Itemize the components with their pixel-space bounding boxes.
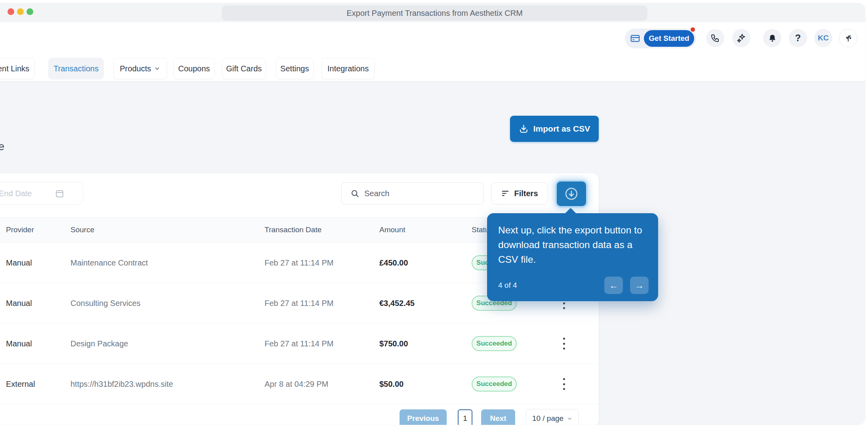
row-actions-kebab-icon[interactable] bbox=[560, 378, 568, 390]
cell-source: Consulting Services bbox=[70, 283, 141, 323]
tab-label: Settings bbox=[280, 64, 309, 73]
workspace-avatar[interactable] bbox=[839, 29, 857, 47]
cell-transaction-date: Feb 27 at 11:14 PM bbox=[265, 243, 333, 283]
page-number-button[interactable]: 1 bbox=[458, 409, 472, 425]
previous-page-button[interactable]: Previous bbox=[400, 409, 447, 425]
tab-integrations[interactable]: Integrations bbox=[322, 58, 375, 79]
page-size-select[interactable]: 10 / page bbox=[526, 409, 579, 425]
cell-amount: £450.00 bbox=[379, 243, 408, 283]
end-date-input[interactable]: End Date bbox=[0, 182, 83, 205]
chevron-down-icon bbox=[154, 65, 160, 72]
filters-label: Filters bbox=[514, 189, 538, 198]
cell-provider: Manual bbox=[6, 323, 32, 364]
app-header: Get Started ? bbox=[0, 22, 865, 55]
page-heading-partial: e bbox=[0, 141, 4, 153]
tab-label: ent Links bbox=[0, 64, 29, 73]
cell-transaction-date: Feb 27 at 11:14 PM bbox=[265, 283, 333, 323]
column-header-amount: Amount bbox=[379, 218, 405, 242]
column-header-source: Source bbox=[70, 218, 94, 242]
arrow-right-icon: → bbox=[635, 280, 644, 290]
close-window-icon[interactable] bbox=[8, 8, 14, 15]
workspace-logo-icon bbox=[843, 33, 853, 43]
tab-settings[interactable]: Settings bbox=[276, 58, 314, 79]
import-csv-button[interactable]: Import as CSV bbox=[510, 116, 599, 142]
tab-coupons[interactable]: Coupons bbox=[173, 58, 215, 79]
tour-back-button[interactable]: ← bbox=[604, 277, 623, 294]
cell-source: Maintenance Contract bbox=[70, 243, 148, 283]
tab-payment-links[interactable]: ent Links bbox=[0, 58, 35, 79]
status-badge: Succeeded bbox=[472, 376, 517, 392]
cell-transaction-date: Apr 8 at 04:29 PM bbox=[265, 364, 328, 404]
titlebar: Export Payment Transactions from Aesthet… bbox=[0, 3, 865, 22]
get-started-button[interactable]: Get Started bbox=[644, 30, 694, 47]
chevron-down-icon bbox=[567, 416, 573, 422]
filters-button[interactable]: Filters bbox=[491, 182, 548, 204]
get-started-group: Get Started bbox=[625, 29, 696, 48]
tab-label: Transactions bbox=[53, 64, 99, 73]
cell-provider: Manual bbox=[6, 283, 32, 323]
tab-products[interactable]: Products bbox=[113, 58, 167, 79]
download-tray-icon bbox=[519, 124, 529, 134]
filter-lines-icon bbox=[501, 189, 510, 198]
window-title: Export Payment Transactions from Aesthet… bbox=[222, 6, 647, 21]
cell-source: https://h31bf2ib23.wpdns.site bbox=[70, 364, 173, 404]
tab-label: Coupons bbox=[178, 64, 210, 73]
cell-amount: $50.00 bbox=[379, 364, 404, 404]
screen: Export Payment Transactions from Aesthet… bbox=[0, 0, 868, 428]
search-icon bbox=[350, 189, 360, 198]
avatar-initials: KC bbox=[818, 34, 828, 42]
app-window: Export Payment Transactions from Aesthet… bbox=[0, 3, 865, 425]
user-avatar[interactable]: KC bbox=[814, 29, 832, 47]
bell-icon bbox=[767, 33, 777, 43]
column-header-provider: Provider bbox=[6, 218, 34, 242]
tab-label: Integrations bbox=[327, 64, 369, 73]
question-mark-icon: ? bbox=[795, 32, 801, 44]
phone-button[interactable] bbox=[706, 29, 724, 47]
main-nav: ent Links Transactions Products Coupons … bbox=[0, 55, 865, 82]
cell-amount: $750.00 bbox=[379, 323, 408, 364]
ai-assist-button[interactable] bbox=[732, 29, 750, 47]
tour-next-button[interactable]: → bbox=[630, 277, 649, 294]
tour-tooltip: Next up, click the export button to down… bbox=[487, 213, 658, 301]
import-csv-label: Import as CSV bbox=[533, 124, 590, 134]
cell-provider: Manual bbox=[6, 243, 32, 283]
zoom-window-icon[interactable] bbox=[27, 8, 33, 15]
export-csv-button[interactable] bbox=[557, 182, 586, 206]
cell-provider: External bbox=[6, 364, 35, 404]
tour-step-counter: 4 of 4 bbox=[498, 281, 517, 290]
page-size-label: 10 / page bbox=[532, 414, 563, 423]
row-actions-kebab-icon[interactable] bbox=[560, 338, 568, 350]
cell-amount: €3,452.45 bbox=[379, 283, 415, 323]
arrow-left-icon: ← bbox=[609, 280, 618, 290]
minimize-window-icon[interactable] bbox=[17, 8, 24, 15]
status-badge: Succeeded bbox=[472, 336, 517, 351]
search-box bbox=[341, 182, 484, 204]
notification-dot bbox=[690, 27, 696, 32]
notifications-button[interactable] bbox=[763, 29, 781, 47]
end-date-placeholder: End Date bbox=[0, 182, 32, 204]
column-header-transaction-date: Transaction Date bbox=[265, 218, 322, 242]
phone-icon bbox=[710, 33, 720, 43]
table-row: Manual Design Package Feb 27 at 11:14 PM… bbox=[0, 323, 599, 364]
tour-tooltip-text: Next up, click the export button to down… bbox=[498, 223, 649, 267]
credit-card-icon[interactable] bbox=[630, 33, 640, 44]
sparkles-icon bbox=[736, 33, 746, 43]
tab-label: Gift Cards bbox=[226, 64, 262, 73]
tab-gift-cards[interactable]: Gift Cards bbox=[222, 58, 266, 79]
cell-source: Design Package bbox=[70, 323, 128, 364]
next-page-button[interactable]: Next bbox=[481, 409, 515, 425]
calendar-icon[interactable] bbox=[55, 189, 65, 200]
tab-transactions[interactable]: Transactions bbox=[48, 58, 104, 79]
table-row: External https://h31bf2ib23.wpdns.site A… bbox=[0, 364, 599, 404]
help-button[interactable]: ? bbox=[789, 29, 807, 47]
cell-transaction-date: Feb 27 at 11:14 PM bbox=[265, 323, 333, 364]
search-input[interactable] bbox=[364, 189, 463, 198]
tab-label: Products bbox=[120, 64, 151, 73]
circle-download-icon bbox=[563, 186, 579, 202]
tour-tooltip-footer: 4 of 4 ← → bbox=[498, 277, 649, 294]
